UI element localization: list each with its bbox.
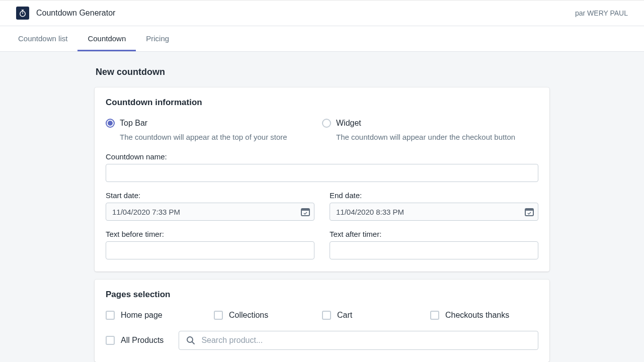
tabs-nav: Countdown list Countdown Pricing	[0, 26, 644, 52]
text-before-label: Text before timer:	[106, 230, 314, 238]
search-icon	[186, 335, 196, 345]
checkbox-cart[interactable]	[322, 311, 331, 320]
search-product-input[interactable]	[179, 331, 538, 350]
page-title: New countdown	[95, 67, 549, 77]
page-content: New countdown Countdown information Top …	[95, 52, 549, 362]
end-date-label: End date:	[330, 191, 538, 200]
checkbox-checkouts-thanks-label: Checkouts thanks	[445, 311, 509, 320]
header-left: Countdown Generator	[16, 7, 115, 20]
radio-top-bar[interactable]	[106, 119, 115, 128]
checkbox-home-page[interactable]	[106, 311, 115, 320]
radio-top-bar-label: Top Bar	[120, 119, 147, 128]
text-after-input[interactable]	[330, 241, 538, 259]
text-after-label: Text after timer:	[330, 230, 538, 238]
placement-radio-group: Top Bar The countdown will appear at the…	[106, 119, 538, 141]
checkbox-cart-label: Cart	[337, 311, 352, 320]
radio-widget-label: Widget	[336, 119, 361, 128]
byline: par WERY PAUL	[575, 9, 628, 17]
start-date-input[interactable]	[106, 203, 314, 221]
pages-selection-card: Pages selection Home page Collections Ca…	[95, 280, 549, 362]
checkbox-all-products-label: All Products	[121, 336, 164, 345]
app-logo-icon	[16, 7, 29, 20]
checkbox-all-products[interactable]	[106, 336, 115, 345]
product-selection-row: All Products	[106, 331, 538, 350]
radio-widget[interactable]	[322, 119, 331, 128]
tab-pricing[interactable]: Pricing	[136, 26, 179, 51]
countdown-name-input[interactable]	[106, 164, 538, 182]
checkbox-collections[interactable]	[214, 311, 223, 320]
radio-widget-desc: The countdown will appear under the chec…	[322, 133, 538, 141]
end-date-input[interactable]	[330, 203, 538, 221]
radio-top-bar-desc: The countdown will appear at the top of …	[106, 133, 322, 141]
card-title-pages: Pages selection	[106, 290, 538, 300]
tab-countdown-list[interactable]: Countdown list	[8, 26, 77, 51]
text-before-input[interactable]	[106, 241, 314, 259]
card-title-info: Countdown information	[106, 98, 538, 108]
countdown-name-label: Countdown name:	[106, 152, 538, 161]
checkbox-collections-label: Collections	[229, 311, 268, 320]
app-header: Countdown Generator par WERY PAUL	[0, 0, 644, 26]
checkbox-home-page-label: Home page	[121, 311, 163, 320]
start-date-label: Start date:	[106, 191, 314, 200]
app-title: Countdown Generator	[36, 9, 115, 18]
checkbox-checkouts-thanks[interactable]	[430, 311, 439, 320]
pages-checkbox-row: Home page Collections Cart Checkouts tha…	[106, 311, 538, 320]
countdown-info-card: Countdown information Top Bar The countd…	[95, 87, 549, 272]
tab-countdown[interactable]: Countdown	[77, 26, 136, 51]
